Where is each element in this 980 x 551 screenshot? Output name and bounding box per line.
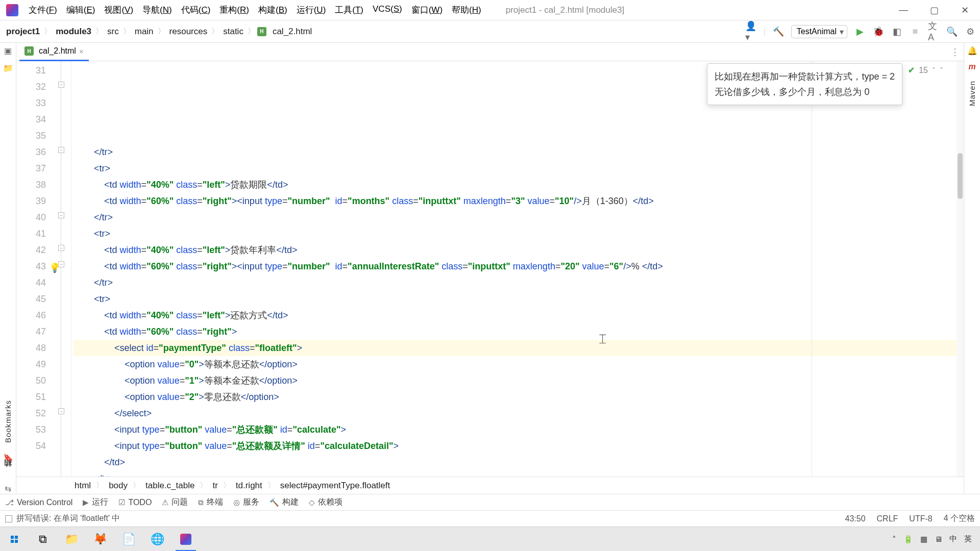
terminal-icon: ⧉ [198, 498, 204, 507]
notifications-icon[interactable]: 🔔 [967, 45, 978, 56]
maximize-button[interactable]: ▢ [919, 0, 949, 20]
add-user-icon[interactable]: 👤▾ [745, 26, 756, 37]
crumb-file[interactable]: cal_2.html [271, 26, 314, 38]
maven-icon[interactable]: m [967, 61, 978, 72]
indent[interactable]: 4 个空格 [944, 513, 975, 524]
structure-tool[interactable]: 结构 [3, 469, 13, 477]
crumb-static[interactable]: static [221, 26, 246, 38]
menu-vcs[interactable]: VCS(S) [369, 2, 406, 18]
caret-position[interactable]: 43:50 [845, 514, 866, 523]
close-button[interactable]: ✕ [949, 0, 980, 20]
services-icon: ◎ [233, 498, 240, 507]
tab-close-icon[interactable]: × [79, 47, 84, 56]
editor-area: H cal_2.html × ⋮ 31323334353637383940414… [16, 43, 964, 494]
structure-icon[interactable]: ⇆ [3, 483, 14, 494]
system-tray[interactable]: ˄ 🔋 ▦ 🖥 中 英 [892, 534, 980, 544]
cc-table[interactable]: table.c_table [143, 480, 197, 492]
menu-edit[interactable]: 编辑(E) [62, 2, 100, 18]
tray-display-icon[interactable]: 🖥 [935, 535, 942, 543]
office[interactable]: 📄 [114, 527, 143, 552]
start-button[interactable] [0, 527, 29, 552]
todo-tool[interactable]: ☑TODO [118, 498, 152, 507]
ime-lang[interactable]: 中 [949, 534, 957, 544]
cc-tr[interactable]: tr [210, 480, 219, 492]
bookmarks-icon[interactable]: 🔖 [3, 452, 14, 463]
menu-view[interactable]: 视图(V) [100, 2, 137, 18]
build-hammer-icon[interactable]: 🔨 [773, 26, 784, 37]
maven-tool[interactable]: Maven [968, 78, 976, 109]
app-icon [6, 4, 18, 16]
bookmarks-tool[interactable]: Bookmarks [4, 397, 12, 446]
check-icon: ✔ [908, 65, 915, 75]
tray-battery-icon[interactable]: 🔋 [903, 535, 913, 544]
cc-html[interactable]: html [72, 480, 93, 492]
debug-icon[interactable]: 🐞 [873, 26, 884, 37]
deps-tool[interactable]: ◇依赖项 [309, 497, 342, 508]
fold-column[interactable]: − − − − − 💡 − [51, 61, 71, 477]
cc-td[interactable]: td.right [234, 480, 264, 492]
inspection-count: 15 [919, 66, 928, 75]
next-highlight-icon[interactable]: ˅ [940, 66, 943, 74]
menu-window[interactable]: 窗口(W) [407, 2, 447, 18]
edge[interactable]: 🌐 [143, 527, 172, 552]
build-tool[interactable]: 🔨构建 [270, 497, 299, 508]
terminal-tool[interactable]: ⧉终端 [198, 497, 223, 508]
code-editor[interactable]: 3132333435363738394041424344454647484950… [16, 61, 964, 477]
code-text[interactable]: </tr> <tr> <td width="40%" class="left">… [71, 61, 964, 477]
stop-icon[interactable]: ■ [910, 26, 921, 37]
cc-select[interactable]: select#paymentType.floatleft [278, 480, 392, 492]
search-icon[interactable]: 🔍 [946, 26, 958, 37]
run-config-select[interactable]: TestAnimal [791, 25, 847, 38]
tray-network-icon[interactable]: ▦ [920, 535, 927, 544]
task-view[interactable]: ⧉ [29, 527, 57, 552]
line-gutter: 3132333435363738394041424344454647484950… [16, 61, 51, 477]
intellij[interactable] [172, 527, 200, 552]
hammer-icon: 🔨 [270, 498, 279, 507]
menu-run[interactable]: 运行(U) [292, 2, 330, 18]
problems-tool[interactable]: ⚠问题 [162, 497, 188, 508]
crumb-module[interactable]: module3 [54, 26, 93, 38]
coverage-icon[interactable]: ◧ [891, 26, 902, 37]
inspections-widget[interactable]: ✔ 15 ˄ ˅ [908, 65, 943, 75]
doc-hint-popup: 比如现在想再加一种贷款计算方式，type = 2 无论借多少钱，多少个月，利息总… [707, 63, 902, 105]
menu-help[interactable]: 帮助(H) [448, 2, 485, 18]
prev-highlight-icon[interactable]: ˄ [932, 66, 936, 74]
cc-body[interactable]: body [107, 480, 130, 492]
tray-chevron-icon[interactable]: ˄ [892, 535, 896, 544]
project-tool-icon[interactable]: ▣ [3, 45, 14, 56]
run-icon[interactable]: ▶ [854, 26, 866, 37]
menu-refactor[interactable]: 重构(R) [215, 2, 253, 18]
tab-label: cal_2.html [39, 46, 76, 56]
crumb-main[interactable]: main [133, 26, 156, 38]
services-tool[interactable]: ◎服务 [233, 497, 259, 508]
firefox[interactable]: 🦊 [86, 527, 114, 552]
menu-nav[interactable]: 导航(N) [138, 2, 176, 18]
right-tool-stripe: 🔔 m Maven [964, 43, 980, 494]
crumb-project[interactable]: project1 [4, 26, 42, 38]
warning-icon: ⚠ [162, 498, 168, 507]
menu-code[interactable]: 代码(C) [177, 2, 215, 18]
vc-tool[interactable]: ⎇Version Control [5, 498, 72, 507]
crumb-resources[interactable]: resources [167, 26, 210, 38]
intention-bulb-icon[interactable]: 💡 [49, 262, 60, 273]
menu-tools[interactable]: 工具(T) [331, 2, 368, 18]
status-icon[interactable] [5, 515, 12, 522]
crumb-src[interactable]: src [105, 26, 121, 38]
encoding[interactable]: UTF-8 [909, 514, 932, 523]
menu-bar: 文件(F) 编辑(E) 视图(V) 导航(N) 代码(C) 重构(R) 构建(B… [24, 2, 485, 18]
ime-mode[interactable]: 英 [964, 534, 972, 544]
settings-icon[interactable]: ⚙ [965, 26, 976, 37]
translate-icon[interactable]: 文A [928, 26, 939, 37]
minimize-button[interactable]: — [888, 0, 919, 20]
menu-file[interactable]: 文件(F) [24, 2, 61, 18]
file-explorer[interactable]: 📁 [57, 527, 86, 552]
run-tool[interactable]: ▶运行 [83, 497, 108, 508]
left-tool-stripe: ▣ 📁 Bookmarks 🔖 结构 ⇆ [0, 43, 16, 494]
editor-tab[interactable]: H cal_2.html × [19, 43, 89, 61]
vertical-scrollbar[interactable] [957, 61, 964, 477]
todo-icon: ☑ [118, 498, 125, 507]
tab-overflow-icon[interactable]: ⋮ [950, 46, 960, 58]
line-separator[interactable]: CRLF [877, 514, 898, 523]
folder-tool-icon[interactable]: 📁 [3, 62, 14, 73]
menu-build[interactable]: 构建(B) [254, 2, 291, 18]
